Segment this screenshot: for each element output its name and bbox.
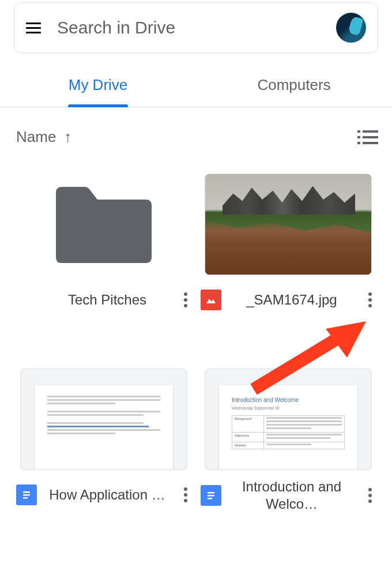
tab-computers[interactable]: Computers — [196, 63, 392, 107]
svg-rect-12 — [208, 498, 212, 499]
search-input[interactable]: Search in Drive — [57, 18, 320, 37]
sort-row: Name ↑ — [0, 107, 392, 153]
more-options-icon[interactable] — [178, 487, 194, 502]
grid-item-doc[interactable]: Introduction and Welcome Wednesday Septe… — [196, 369, 380, 513]
svg-rect-10 — [208, 492, 214, 494]
image-thumbnail — [205, 174, 372, 275]
svg-rect-8 — [23, 494, 30, 496]
grid-item-folder[interactable]: Tech Pitches — [12, 174, 196, 317]
item-name: Tech Pitches — [43, 291, 172, 309]
more-options-icon[interactable] — [362, 292, 378, 307]
grid-item-doc[interactable]: How Application … — [12, 369, 196, 513]
doc-thumbnail — [20, 369, 187, 470]
avatar[interactable] — [336, 13, 366, 43]
svg-rect-1 — [363, 130, 378, 133]
more-options-icon[interactable] — [362, 488, 378, 503]
docs-type-icon — [201, 485, 221, 506]
item-name: _SAM1674.jpg — [227, 291, 356, 309]
docs-type-icon — [16, 484, 37, 505]
more-options-icon[interactable] — [178, 292, 194, 307]
item-row: How Application … — [12, 470, 196, 512]
svg-rect-7 — [23, 491, 30, 493]
item-row: Introduction and Welco… — [196, 470, 380, 513]
file-grid: Tech Pitches _SAM1674.jpg — [0, 153, 392, 513]
folder-icon — [20, 174, 187, 275]
sort-label-text: Name — [16, 128, 56, 146]
tab-my-drive[interactable]: My Drive — [0, 63, 196, 107]
item-name: Introduction and Welco… — [227, 478, 356, 513]
doc-thumbnail: Introduction and Welcome Wednesday Septe… — [205, 369, 372, 470]
svg-rect-3 — [363, 136, 378, 138]
tabs: My Drive Computers — [0, 63, 392, 107]
svg-rect-11 — [208, 495, 214, 497]
type-icon-spacer — [16, 290, 37, 310]
list-view-icon[interactable] — [357, 129, 378, 145]
item-row: Tech Pitches — [12, 275, 196, 317]
svg-rect-5 — [363, 142, 378, 144]
svg-rect-0 — [357, 130, 360, 133]
sort-button[interactable]: Name ↑ — [16, 128, 71, 146]
grid-item-image[interactable]: _SAM1674.jpg — [196, 174, 380, 317]
doc-preview-subtitle: Wednesday September 26 — [232, 405, 345, 412]
menu-icon[interactable] — [26, 22, 41, 33]
arrow-up-icon: ↑ — [64, 128, 71, 146]
svg-rect-2 — [357, 136, 360, 138]
svg-rect-9 — [23, 497, 28, 499]
svg-marker-6 — [206, 299, 216, 303]
image-type-icon — [201, 290, 221, 310]
svg-rect-4 — [357, 142, 360, 144]
item-row: _SAM1674.jpg — [196, 275, 380, 317]
doc-preview-title: Introduction and Welcome — [232, 396, 345, 404]
search-bar: Search in Drive — [14, 2, 378, 53]
item-name: How Application … — [43, 486, 172, 504]
